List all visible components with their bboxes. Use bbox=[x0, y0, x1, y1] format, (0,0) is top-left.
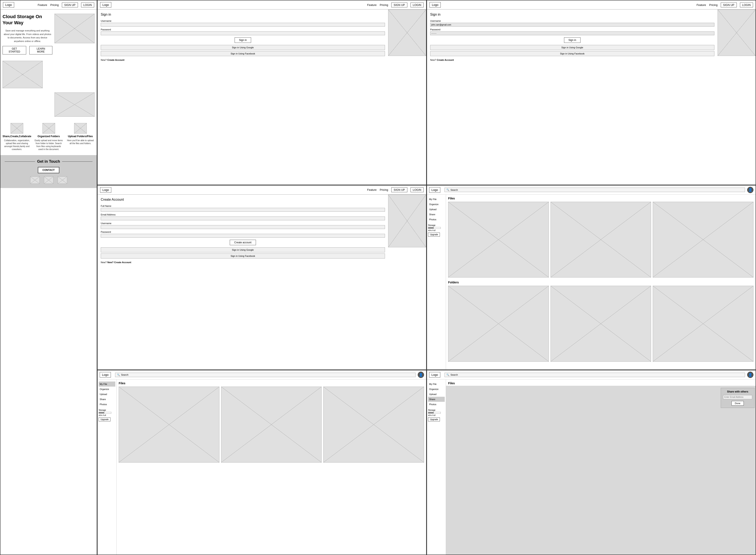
dashboard-logo-3: Logo bbox=[429, 372, 440, 378]
social-icon-1 bbox=[30, 176, 40, 184]
nav-pricing[interactable]: Pricing bbox=[50, 3, 59, 6]
sidebar-organize-1[interactable]: Organize bbox=[428, 202, 445, 207]
folder-thumb-1-1[interactable] bbox=[448, 286, 549, 362]
panel1-nav-links: Feature Pricing SIGN UP LOGIN bbox=[367, 3, 424, 7]
sidebar-upload-2[interactable]: Upload bbox=[98, 392, 115, 397]
share-email-input[interactable] bbox=[723, 395, 752, 399]
storage-label-2: Storage bbox=[98, 409, 115, 411]
feature-icon-3 bbox=[74, 123, 87, 134]
search-placeholder-2: Search bbox=[121, 374, 128, 376]
dashboard-full-panel: Logo 🔍 Search 👤 My File Organize Upload … bbox=[427, 185, 756, 370]
email-input[interactable] bbox=[101, 216, 385, 220]
signin-button-2[interactable]: Sign in bbox=[564, 37, 581, 43]
panel1-feature[interactable]: Feature bbox=[367, 3, 377, 6]
fullname-input[interactable] bbox=[101, 208, 385, 212]
panel2-form: Sign in Username john.carr@gmail.com Pas… bbox=[427, 9, 718, 65]
wireframe-panels: Logo Feature Pricing SIGN UP LOGIN Sign … bbox=[97, 0, 756, 555]
get-started-button[interactable]: GET STARTED bbox=[3, 46, 26, 54]
sidebar-upload-3[interactable]: Upload bbox=[428, 392, 445, 397]
sidebar-myfile-3[interactable]: My File bbox=[428, 382, 445, 387]
panel3-login[interactable]: LOGIN bbox=[410, 187, 424, 192]
folders-grid-1 bbox=[448, 286, 753, 362]
sidebar-photos-1[interactable]: Photos bbox=[428, 217, 445, 222]
search-bar-2[interactable]: 🔍 Search bbox=[115, 373, 415, 377]
create-account-span-1[interactable]: Create Account bbox=[107, 59, 124, 61]
sidebar-upload-1[interactable]: Upload bbox=[428, 207, 445, 212]
file-thumb-1-2[interactable] bbox=[551, 202, 651, 278]
google-signin-2[interactable]: Sign in Using Google bbox=[430, 45, 714, 50]
panel3-pricing[interactable]: Pricing bbox=[380, 188, 388, 191]
nav-feature[interactable]: Feature bbox=[38, 3, 47, 6]
upgrade-button-3[interactable]: Upgrade bbox=[428, 417, 440, 421]
facebook-signin-2[interactable]: Sign in Using Facebook bbox=[430, 51, 714, 56]
file-thumb-2-3[interactable] bbox=[323, 387, 424, 463]
create-account-span-2[interactable]: Create Account bbox=[437, 59, 454, 61]
fullname-label: Full Name bbox=[101, 205, 385, 207]
dashboard-layout-1: My File Organize Upload Share Photos Sto… bbox=[427, 195, 756, 370]
sidebar-share-2[interactable]: Share bbox=[98, 397, 115, 402]
file-thumb-2-2[interactable] bbox=[221, 387, 322, 463]
sidebar-myfile-2[interactable]: My File bbox=[98, 382, 115, 387]
panel3-logo: Logo bbox=[100, 187, 111, 193]
files-grid-1 bbox=[448, 202, 753, 278]
sidebar-share-1[interactable]: Share bbox=[428, 212, 445, 217]
panel2-pricing[interactable]: Pricing bbox=[709, 3, 718, 6]
file-thumb-2-1[interactable] bbox=[119, 387, 220, 463]
upgrade-button-2[interactable]: Upgrade bbox=[98, 417, 111, 421]
upgrade-button-1[interactable]: Upgrade bbox=[428, 232, 440, 237]
sidebar-organize-3[interactable]: Organize bbox=[428, 387, 445, 392]
avatar-2[interactable]: 👤 bbox=[418, 372, 424, 378]
panel2-nav-links: Feature Pricing SIGN UP LOGIN bbox=[697, 3, 753, 7]
login-button[interactable]: LOGIN bbox=[81, 3, 94, 7]
panel2-signup[interactable]: SIGN UP bbox=[721, 3, 737, 7]
sidebar-myfile-1[interactable]: My File bbox=[428, 197, 445, 202]
folder-thumb-1-3[interactable] bbox=[653, 286, 753, 362]
password-input-1[interactable] bbox=[101, 32, 385, 35]
avatar-3[interactable]: 👤 bbox=[747, 372, 753, 378]
learn-more-button[interactable]: LEARN MORE bbox=[29, 46, 52, 54]
panel3-form: Create Account Full Name Email Address U… bbox=[97, 195, 388, 267]
sidebar-share-3[interactable]: Share bbox=[428, 397, 445, 402]
create-account-link-1: New? Create Account bbox=[101, 59, 385, 61]
panel3-feature[interactable]: Feature bbox=[367, 188, 377, 191]
username-label-2: Username bbox=[430, 19, 714, 22]
ca-create-link[interactable]: New? Create Account bbox=[107, 261, 131, 264]
search-bar-3[interactable]: 🔍 Search bbox=[444, 373, 745, 377]
ca-username-input[interactable] bbox=[101, 225, 385, 229]
signin-button-1[interactable]: Sign in bbox=[235, 37, 251, 43]
panel1-signup[interactable]: SIGN UP bbox=[391, 3, 407, 7]
password-input-2[interactable]: ········· bbox=[430, 32, 714, 35]
panel2-login[interactable]: LOGIN bbox=[740, 3, 753, 7]
share-done-button[interactable]: Done bbox=[731, 401, 744, 405]
username-input-1[interactable] bbox=[101, 23, 385, 27]
ca-password-input[interactable] bbox=[101, 234, 385, 238]
contact-button[interactable]: CONTACT bbox=[38, 167, 59, 173]
avatar-icon-3: 👤 bbox=[748, 373, 752, 377]
search-bar-1[interactable]: 🔍 Search bbox=[444, 187, 745, 192]
folder-thumb-1-2[interactable] bbox=[551, 286, 651, 362]
social-icons bbox=[5, 176, 92, 184]
file-thumb-1-1[interactable] bbox=[448, 202, 549, 278]
google-signin-1[interactable]: Sign in Using Google bbox=[101, 45, 385, 50]
storage-section-3: Storage 45% Full bbox=[428, 409, 445, 416]
username-input-2[interactable]: john.carr@gmail.com bbox=[430, 23, 714, 27]
sidebar-photos-3[interactable]: Photos bbox=[428, 402, 445, 407]
panel2-feature[interactable]: Feature bbox=[697, 3, 706, 6]
facebook-signin-1[interactable]: Sign in Using Facebook bbox=[101, 51, 385, 56]
panel1-login[interactable]: LOGIN bbox=[410, 3, 424, 7]
sidebar-photos-2[interactable]: Photos bbox=[98, 402, 115, 407]
storage-label-1: Storage bbox=[428, 224, 445, 226]
files-title-2: Files bbox=[119, 382, 424, 385]
signup-button[interactable]: SIGN UP bbox=[62, 3, 78, 7]
sidebar-organize-2[interactable]: Organize bbox=[98, 387, 115, 392]
create-account-button[interactable]: Create account bbox=[230, 240, 256, 245]
file-thumb-1-3[interactable] bbox=[653, 202, 753, 278]
ca-google-signin[interactable]: Sign in Using Google bbox=[101, 247, 385, 252]
panel1-pricing[interactable]: Pricing bbox=[380, 3, 388, 6]
panel3-signup[interactable]: SIGN UP bbox=[391, 187, 407, 192]
landing-page: Logo Feature Pricing SIGN UP LOGIN Cloud… bbox=[0, 0, 97, 555]
panel1-image bbox=[388, 9, 426, 65]
avatar-1[interactable]: 👤 bbox=[747, 187, 753, 193]
hero-section: Cloud Storage On Your Way Save and manag… bbox=[0, 9, 97, 59]
ca-facebook-signin[interactable]: Sign in Using Facebook bbox=[101, 253, 385, 258]
